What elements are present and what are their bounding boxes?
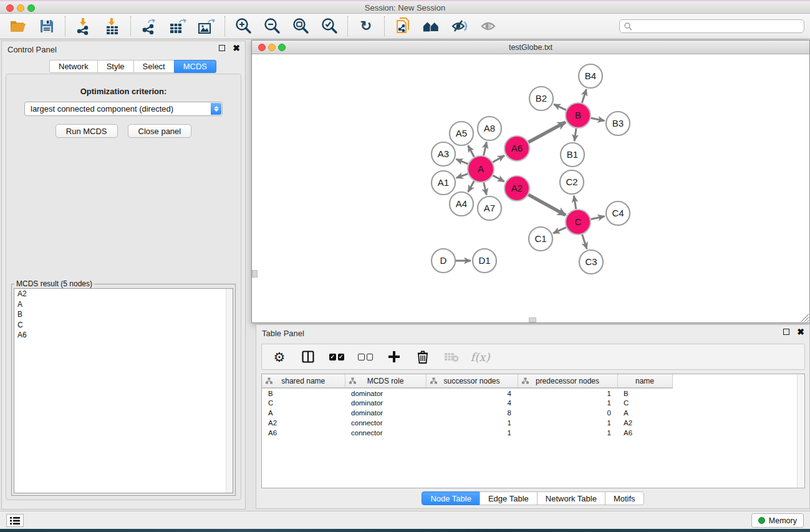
cell-predecessor_nodes[interactable]: 1 — [518, 418, 617, 428]
select-all-icon[interactable]: ✓✓ — [329, 349, 344, 364]
new-network-from-selection-icon[interactable] — [393, 17, 412, 36]
cell-shared_name[interactable]: A2 — [262, 418, 345, 428]
search-input[interactable] — [632, 21, 804, 32]
column-header-shared-name[interactable]: shared name — [262, 374, 345, 388]
mcds-result-list[interactable]: A2ABCA6 — [14, 288, 233, 493]
cell-shared_name[interactable]: A6 — [262, 428, 345, 438]
table-row[interactable]: Cdominator41C — [262, 398, 799, 408]
close-panel-icon[interactable]: ✖ — [233, 45, 240, 51]
import-network-icon[interactable] — [74, 17, 93, 36]
tab-node-table[interactable]: Node Table — [422, 491, 480, 505]
edge-A2-C[interactable] — [528, 195, 565, 215]
run-mcds-button[interactable]: Run MCDS — [55, 124, 118, 138]
deselect-all-icon[interactable] — [358, 349, 373, 364]
edge-B-B2[interactable] — [554, 104, 566, 110]
close-table-panel-icon[interactable]: ✖ — [797, 329, 804, 335]
zoom-selected-icon[interactable] — [320, 17, 339, 36]
table-row[interactable]: A2connector11A2 — [262, 418, 799, 428]
edge-A-A2[interactable] — [493, 175, 504, 181]
tab-network-table[interactable]: Network Table — [537, 491, 605, 505]
cell-shared_name[interactable]: A — [262, 408, 345, 418]
edge-A-A1[interactable] — [456, 174, 468, 178]
edge-A-A7[interactable] — [484, 182, 486, 195]
cell-predecessor_nodes[interactable]: 1 — [518, 388, 617, 398]
zoom-fit-icon[interactable] — [291, 17, 310, 36]
edge-B-B4[interactable] — [582, 89, 586, 103]
cell-mcds_role[interactable]: dominator — [345, 398, 426, 408]
first-neighbors-icon[interactable] — [422, 17, 441, 36]
hide-selected-icon[interactable] — [451, 17, 470, 36]
mcds-list-scrollbar[interactable] — [226, 289, 233, 493]
tab-select[interactable]: Select — [133, 60, 175, 73]
cell-mcds_role[interactable]: connector — [345, 418, 426, 428]
cell-successor_nodes[interactable]: 8 — [426, 408, 518, 418]
open-file-icon[interactable] — [9, 17, 27, 36]
edge-B-B1[interactable] — [574, 128, 576, 141]
float-table-panel-icon[interactable] — [783, 329, 789, 335]
canvas-bottom-scrollbar[interactable] — [529, 317, 536, 322]
memory-button[interactable]: Memory — [751, 513, 804, 528]
cell-name[interactable]: A — [617, 408, 672, 418]
settings-gear-icon[interactable]: ⚙ — [272, 349, 287, 364]
tab-mcds[interactable]: MCDS — [174, 60, 216, 73]
column-header-MCDS-role[interactable]: MCDS role — [345, 374, 426, 388]
zoom-in-icon[interactable] — [234, 17, 253, 36]
mcds-result-item[interactable]: C — [14, 320, 233, 331]
mcds-result-item[interactable]: A2 — [14, 289, 233, 299]
import-table-icon[interactable] — [103, 17, 122, 36]
cell-shared_name[interactable]: C — [262, 398, 345, 408]
close-panel-button[interactable]: Close panel — [128, 124, 192, 138]
column-header-name[interactable]: name — [617, 374, 672, 388]
edge-C-C4[interactable] — [591, 216, 605, 220]
edge-A-A8[interactable] — [484, 142, 487, 156]
cell-mcds_role[interactable]: dominator — [345, 388, 426, 398]
export-network-icon[interactable] — [140, 17, 158, 36]
delete-icon[interactable] — [415, 349, 430, 364]
delete-table-icon[interactable] — [444, 349, 459, 364]
cell-name[interactable]: A2 — [617, 418, 672, 428]
node-table[interactable]: shared nameMCDS rolesuccessor nodesprede… — [261, 374, 805, 488]
criterion-select[interactable]: largest connected component (directed) — [24, 102, 223, 116]
table-row[interactable]: Bdominator41B — [262, 388, 799, 398]
tab-style[interactable]: Style — [97, 60, 134, 73]
mcds-result-item[interactable]: A — [14, 299, 233, 310]
tab-motifs[interactable]: Motifs — [605, 491, 644, 505]
column-header-predecessor-nodes[interactable]: predecessor nodes — [518, 374, 617, 388]
cell-mcds_role[interactable]: dominator — [345, 408, 426, 418]
cell-shared_name[interactable]: B — [262, 388, 345, 398]
column-header-successor-nodes[interactable]: successor nodes — [426, 374, 518, 388]
zoom-out-icon[interactable] — [263, 17, 281, 36]
cell-predecessor_nodes[interactable]: 1 — [518, 428, 617, 438]
network-frame-titlebar[interactable]: testGlobe.txt — [252, 41, 809, 54]
tab-network[interactable]: Network — [49, 60, 98, 73]
cell-successor_nodes[interactable]: 1 — [426, 418, 518, 428]
edge-C-C2[interactable] — [574, 196, 576, 210]
task-history-button[interactable] — [6, 514, 24, 527]
cell-name[interactable]: C — [617, 398, 672, 408]
search-field[interactable] — [619, 19, 804, 33]
cell-predecessor_nodes[interactable]: 0 — [518, 408, 617, 418]
edge-B-B3[interactable] — [591, 118, 605, 120]
edge-C-C3[interactable] — [582, 235, 587, 249]
mcds-result-item[interactable]: B — [14, 309, 233, 320]
table-scrollbar[interactable] — [797, 374, 804, 488]
network-canvas[interactable]: AA1A2A3A4A5A6A7A8BB1B2B3B4CC1C2C3C4DD1 — [252, 54, 809, 322]
refresh-icon[interactable]: ↻ — [357, 17, 375, 36]
canvas-left-scrollbar[interactable] — [252, 270, 258, 278]
function-builder-icon[interactable]: f(x) — [473, 349, 488, 364]
mcds-result-item[interactable]: A6 — [14, 330, 233, 341]
cell-successor_nodes[interactable]: 4 — [426, 398, 518, 408]
cell-predecessor_nodes[interactable]: 1 — [518, 398, 617, 408]
cell-name[interactable]: B — [617, 388, 672, 398]
show-column-icon[interactable] — [301, 349, 316, 364]
cell-name[interactable]: A6 — [617, 428, 672, 438]
cell-successor_nodes[interactable]: 1 — [426, 428, 518, 438]
edge-A-A6[interactable] — [493, 155, 504, 162]
float-panel-icon[interactable] — [219, 45, 225, 51]
edge-A-A3[interactable] — [456, 159, 468, 164]
save-session-icon[interactable] — [37, 17, 56, 36]
show-all-icon[interactable] — [480, 17, 498, 36]
cell-mcds_role[interactable]: connector — [345, 428, 426, 438]
tab-edge-table[interactable]: Edge Table — [480, 491, 538, 505]
resize-grip-icon[interactable] — [801, 314, 809, 322]
